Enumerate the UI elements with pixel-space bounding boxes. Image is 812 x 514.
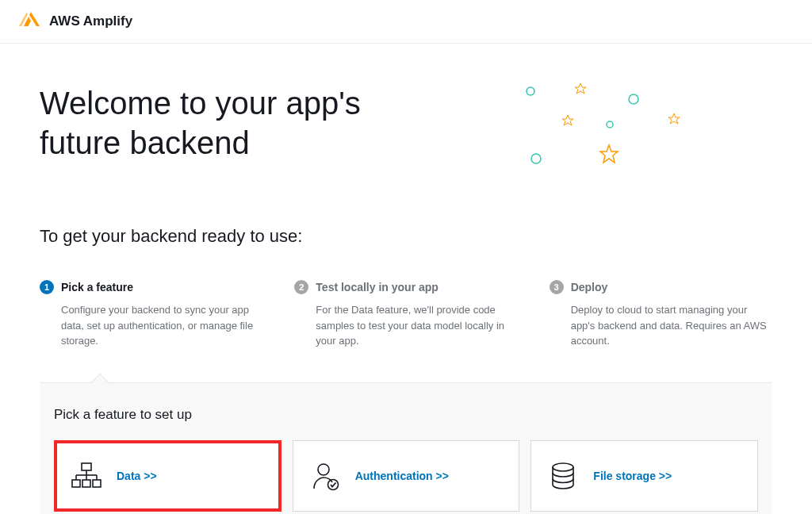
svg-rect-14: [72, 480, 80, 487]
svg-marker-5: [562, 115, 573, 125]
step-title: Deploy: [571, 281, 608, 293]
feature-card-authentication[interactable]: Authentication >>: [293, 440, 520, 512]
feature-label: Data >>: [117, 470, 157, 482]
main-content: Welcome to your app's future backend To …: [0, 44, 812, 514]
subheading: To get your backend ready to use:: [40, 226, 772, 247]
step-3: 3 Deploy Deploy to cloud to start managi…: [550, 280, 772, 349]
title-line-2: future backend: [40, 125, 250, 160]
step-description: Configure your backend to sync your app …: [40, 302, 262, 349]
amplify-logo-icon: [19, 10, 40, 33]
svg-rect-15: [82, 480, 90, 487]
feature-card-file-storage[interactable]: File storage >>: [530, 440, 758, 512]
svg-point-2: [607, 121, 613, 128]
svg-rect-16: [93, 480, 101, 487]
svg-point-17: [318, 464, 329, 475]
steps-row: 1 Pick a feature Configure your backend …: [40, 280, 772, 349]
hero-section: Welcome to your app's future backend: [40, 83, 772, 178]
header: AWS Amplify: [0, 0, 812, 44]
panel-title: Pick a feature to set up: [54, 407, 758, 423]
authentication-icon: [308, 458, 343, 493]
step-number-badge: 1: [40, 280, 54, 294]
page-title: Welcome to your app's future backend: [40, 83, 361, 163]
step-1: 1 Pick a feature Configure your backend …: [40, 280, 262, 349]
feature-label: File storage >>: [593, 470, 672, 482]
data-icon: [69, 458, 104, 493]
panel-arrow-icon: [91, 373, 109, 391]
svg-point-3: [531, 154, 541, 163]
svg-point-1: [629, 94, 638, 104]
feature-cards-row: Data >> Authentication >>: [54, 440, 758, 512]
brand-name: AWS Amplify: [49, 13, 132, 29]
step-description: For the Data feature, we'll provide code…: [294, 302, 517, 349]
storage-icon: [546, 458, 580, 493]
svg-rect-8: [82, 463, 91, 470]
step-2: 2 Test locally in your app For the Data …: [294, 280, 517, 349]
svg-point-19: [553, 463, 573, 471]
step-number-badge: 2: [294, 280, 308, 294]
svg-marker-6: [668, 113, 680, 124]
step-description: Deploy to cloud to start managing your a…: [550, 302, 772, 349]
step-title: Test locally in your app: [316, 281, 439, 293]
svg-point-0: [527, 87, 534, 95]
step-title: Pick a feature: [61, 281, 133, 293]
step-number-badge: 3: [550, 280, 564, 294]
feature-panel: Pick a feature to set up: [40, 382, 772, 515]
decoration-graphic: [503, 83, 741, 178]
feature-label: Authentication >>: [355, 470, 449, 482]
feature-card-data[interactable]: Data >>: [54, 440, 282, 512]
svg-marker-4: [575, 83, 586, 94]
title-line-1: Welcome to your app's: [40, 86, 361, 121]
svg-marker-7: [600, 145, 618, 163]
svg-point-18: [327, 479, 338, 489]
